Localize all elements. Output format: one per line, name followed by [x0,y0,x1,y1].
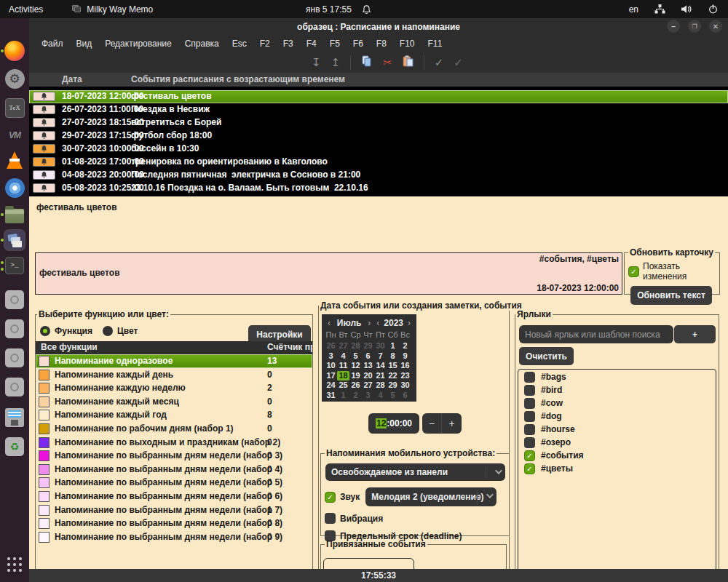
note-card[interactable]: #события, #цветы фестиваль цветов 18-07-… [35,252,622,295]
dock-icon-chromium[interactable] [4,177,25,199]
tag-checkbox[interactable] [524,398,535,409]
calendar-day[interactable]: 10 [325,361,337,371]
function-row[interactable]: Напоминание по выбранным дням недели (на… [36,463,312,477]
next-year-button[interactable]: › [405,318,414,328]
function-row[interactable]: Напоминание одноразовое13 [36,354,312,368]
calendar[interactable]: ‹ Июль › ‹ 2023 › ПнВтСрЧтПтСбВс 2627282… [322,314,416,402]
function-row[interactable]: Напоминание по выбранным дням недели (на… [36,449,312,463]
vibration-checkbox[interactable] [325,513,336,524]
calendar-day[interactable]: 5 [349,351,362,362]
menu-item-12[interactable]: F10 [393,35,422,52]
tag-checkbox[interactable] [524,411,535,422]
function-row[interactable]: Напоминание по выбранным дням недели (на… [36,503,312,517]
time-field[interactable]: 12 :00:00 [368,413,419,434]
menu-item-2[interactable]: Вид [70,35,99,52]
update-text-button[interactable]: Обновить текст [630,286,712,305]
show-changes-checkbox[interactable]: ✓ [628,266,639,277]
tag-checkbox[interactable] [524,385,535,396]
calendar-day[interactable]: 13 [362,361,374,371]
calendar-day[interactable]: 24 [325,380,337,391]
menu-item-5[interactable]: Esc [226,35,253,52]
dock-icon-disk-drive-2[interactable] [4,318,25,340]
system-indicators[interactable]: en [629,4,728,15]
time-plus-button[interactable]: + [442,413,462,434]
dock-icon-settings[interactable]: ⚙ [4,68,25,89]
calendar-day[interactable]: 29 [362,341,374,351]
calendar-day[interactable]: 14 [374,361,387,371]
dock-icon-disk-drive-3[interactable] [4,347,25,369]
calendar-day[interactable]: 12 [349,361,362,371]
calendar-day[interactable]: 4 [374,391,387,401]
tag-checkbox[interactable] [524,424,535,435]
tag-row[interactable]: ✓#события [518,448,716,461]
calendar-day[interactable]: 30 [399,380,411,391]
dock-icon-vlc[interactable] [4,149,25,171]
calendar-day[interactable]: 23 [399,371,411,381]
tag-row[interactable]: ✓#цветы [518,461,716,474]
language-indicator[interactable]: en [629,4,638,15]
calendar-day[interactable]: 15 [387,361,399,371]
tag-row[interactable]: #озеро [518,435,716,448]
add-tag-button[interactable]: + [674,325,716,343]
apply-check-icon[interactable]: ✓ [435,56,444,69]
calendar-days[interactable]: 2627282930123456789101112131415161718192… [325,341,414,400]
new-tag-input[interactable] [519,325,673,343]
function-row[interactable]: Напоминание по выбранным дням недели (на… [36,530,312,544]
focused-app-indicator[interactable]: Milky Way Memo [72,4,153,15]
tag-checkbox[interactable]: ✓ [524,450,535,461]
dock-icon-floppy-drive[interactable] [4,407,25,428]
paste-icon[interactable] [403,55,414,69]
tag-row[interactable]: #hourse [518,422,716,435]
menu-item-3[interactable]: Редактирование [98,35,178,52]
tag-row[interactable]: #cow [518,396,716,409]
clear-tags-button[interactable]: Очистить [519,347,574,365]
dock-icon-files[interactable] [4,204,25,226]
calendar-day[interactable]: 7 [374,351,387,362]
dock-icon-disk-drive-4[interactable] [4,376,25,398]
function-row[interactable]: Напоминание каждый год8 [36,408,312,422]
calendar-day[interactable]: 31 [325,391,337,401]
menu-item-10[interactable]: F6 [347,35,370,52]
calendar-day[interactable]: 27 [362,380,374,391]
radio-color[interactable]: Цвет [103,326,138,336]
table-row[interactable]: 01-08-2023 17:00:00тренировка по ориенти… [29,156,728,169]
move-to-bottom-icon[interactable]: ↧ [312,56,321,69]
calendar-day[interactable]: 19 [349,371,362,381]
time-minus-button[interactable]: − [422,413,442,434]
calendar-day[interactable]: 8 [387,351,399,362]
menu-item-1[interactable]: Файл [35,35,70,52]
tag-checkbox[interactable] [524,437,535,448]
calendar-day[interactable]: 29 [387,380,399,391]
close-button[interactable]: ✕ [709,20,722,33]
menu-item-11[interactable]: F8 [370,35,393,52]
tag-checkbox[interactable] [524,372,535,383]
function-row[interactable]: Напоминание по выбранным дням недели (на… [36,476,312,490]
time-hours-segment[interactable]: 12 [376,418,387,428]
menu-item-6[interactable]: F2 [253,35,277,52]
window-titlebar[interactable]: образец : Расписание и напоминание – ❐ ✕ [29,18,728,35]
dock-icon-texmaker[interactable]: TeX [4,97,25,119]
panel-mode-dropdown[interactable]: Освобождаемое из панели [325,463,505,481]
calendar-day[interactable]: 2 [399,341,411,351]
calendar-day[interactable]: 1 [387,341,399,351]
menu-item-13[interactable]: F11 [422,35,449,52]
calendar-day[interactable]: 6 [362,351,374,362]
menu-item-8[interactable]: F4 [300,35,323,52]
calendar-day-selected[interactable]: 18 [337,371,349,381]
copy-icon[interactable] [361,55,373,69]
dock-icon-firefox[interactable] [4,40,25,62]
menu-item-9[interactable]: F5 [323,35,347,52]
dock-icon-show-applications[interactable] [4,554,25,575]
table-row[interactable]: 04-08-2023 20:00:00Последняя пятничная э… [29,169,728,182]
activities-button[interactable]: Activities [9,4,43,15]
table-row[interactable]: 30-07-2023 10:00:00бассейн в 10:30 [29,143,728,156]
radio-function[interactable]: Функция [40,326,92,336]
minimize-button[interactable]: – [667,20,680,33]
function-row[interactable]: Напоминание по выбранным дням недели (на… [36,490,312,503]
calendar-day[interactable]: 28 [349,341,362,351]
calendar-day[interactable]: 27 [337,341,349,351]
function-row[interactable]: Напоминание по выходным и праздникам (на… [36,436,312,450]
calendar-day[interactable]: 25 [337,380,349,391]
function-row[interactable]: Напоминание по рабочим дням (набор 1)0 [36,422,312,436]
dock-icon-vmware[interactable]: VM [4,124,25,146]
